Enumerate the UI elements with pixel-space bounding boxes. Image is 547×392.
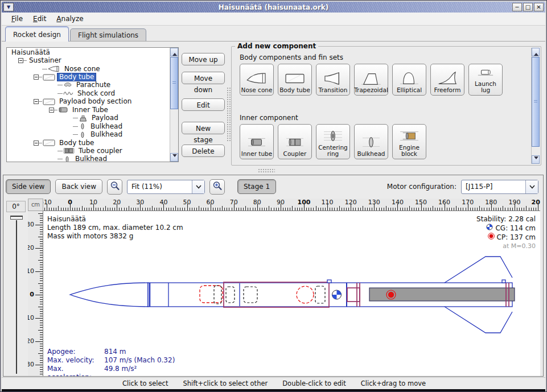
stage-toggle-button[interactable]: Stage 1 — [237, 179, 276, 194]
zoom-select[interactable]: Fit (11%) — [127, 180, 205, 194]
ruler-tick — [114, 208, 115, 211]
component-button-label: Freeform — [434, 87, 461, 93]
tree-expander-icon[interactable] — [34, 99, 39, 104]
ruler-tick — [112, 208, 113, 211]
new-stage-button[interactable]: New stage — [182, 122, 225, 134]
payload-icon — [79, 115, 88, 122]
add-centering-ring-button[interactable]: Centering ring — [316, 124, 350, 159]
ruler-tick — [323, 208, 323, 211]
flight-summary-label: Apogee: — [47, 348, 104, 356]
tree-expander-icon[interactable] — [34, 75, 39, 80]
tree-item-payload[interactable]: Payload — [7, 114, 169, 122]
ruler-tick — [40, 337, 43, 337]
move-down-button[interactable]: Move down — [182, 72, 225, 84]
add-transition-button[interactable]: Transition — [316, 64, 350, 96]
scroll-up-icon[interactable] — [170, 48, 178, 56]
add-panel-scrollbar[interactable] — [531, 48, 540, 164]
ruler-tick — [40, 244, 43, 244]
vertical-split-divider[interactable] — [227, 87, 231, 142]
add-bulkhead-button[interactable]: Bulkhead — [354, 124, 388, 159]
shock-cord-icon — [63, 90, 73, 97]
tree-item-tube-coupler[interactable]: Tube coupler — [7, 147, 169, 155]
ruler-tick — [393, 208, 393, 211]
tree-item-bulkhead[interactable]: Bulkhead — [7, 122, 169, 130]
ruler-tick — [98, 208, 98, 211]
ruler-tick — [40, 325, 43, 325]
ruler-label: 80 — [253, 199, 261, 206]
tree-expander-icon[interactable] — [49, 108, 54, 113]
add-inner-tube-button[interactable]: Inner tube — [240, 124, 274, 159]
back-view-button[interactable]: Back view — [55, 179, 102, 194]
ruler-tick — [262, 208, 262, 211]
add-launch-lug-button[interactable]: Launch lug — [468, 64, 503, 96]
menu-edit[interactable]: Edit — [28, 13, 51, 24]
ruler-tick — [89, 208, 89, 211]
add-elliptical-button[interactable]: Elliptical — [392, 64, 426, 96]
ruler-tick — [449, 208, 450, 211]
ruler-tick — [255, 208, 256, 211]
ruler-tick — [205, 208, 206, 211]
ruler-label: -10 — [43, 199, 52, 206]
zoom-out-button[interactable] — [107, 179, 122, 195]
tree-connector — [57, 93, 63, 94]
ruler-tick — [40, 346, 43, 346]
add-body-tube-button[interactable]: Body tube — [278, 64, 312, 96]
ruler-tick — [243, 208, 244, 211]
tree-item-bulkhead[interactable]: Bulkhead — [7, 130, 169, 138]
tree-expander-icon[interactable] — [34, 141, 39, 146]
motor-configuration-select[interactable]: [J115-P] — [461, 180, 538, 194]
ruler-tick — [430, 208, 431, 211]
tree-item-parachute[interactable]: Parachute — [7, 81, 169, 89]
ruler-tick — [129, 206, 129, 211]
rotation-slider[interactable] — [16, 220, 17, 374]
ruler-tick — [182, 208, 183, 211]
ruler-tick — [405, 208, 405, 211]
tab-bar: Rocket designFlight simulations — [2, 26, 545, 42]
tree-item-shock-cord[interactable]: Shock cord — [7, 89, 169, 97]
tree-item-body-tube[interactable]: Body tube — [7, 73, 169, 81]
scroll-down-icon[interactable] — [170, 153, 178, 162]
zoom-in-button[interactable] — [209, 179, 225, 195]
tree-expander-icon[interactable] — [18, 58, 23, 63]
scroll-down-icon[interactable] — [532, 155, 540, 164]
add-engine-block-button[interactable]: Engine block — [392, 124, 426, 159]
edit-button[interactable]: Edit — [182, 98, 225, 111]
ruler-tick — [460, 208, 461, 211]
rotation-slider-handle[interactable] — [10, 216, 23, 220]
menu-file[interactable]: File — [6, 13, 28, 24]
add-panel-scroll-thumb[interactable] — [532, 57, 540, 147]
ruler-tick — [524, 208, 524, 211]
tree-item-sustainer[interactable]: Sustainer — [7, 56, 169, 64]
tree-item-inner-tube[interactable]: Inner Tube — [7, 106, 169, 114]
ruler-tick — [423, 208, 424, 211]
ruler-tick — [330, 208, 330, 211]
horizontal-split-divider[interactable] — [258, 168, 275, 172]
add-nose-cone-button[interactable]: Nose cone — [240, 64, 274, 96]
vertical-ruler: -30-20-100102030 — [28, 211, 43, 376]
tree-item-bulkhead[interactable]: Bulkhead — [7, 155, 169, 162]
tree-item-haisun-t[interactable]: Haisunäätä — [7, 48, 169, 56]
tab-rocket-design[interactable]: Rocket design — [5, 26, 69, 42]
add-coupler-button[interactable]: Coupler — [278, 124, 312, 159]
add-trapezoidal-button[interactable]: Trapezoidal — [354, 64, 388, 96]
ruler-tick — [145, 208, 146, 211]
delete-button[interactable]: Delete — [182, 145, 225, 157]
window-bottom-edge — [2, 389, 545, 392]
tree-item-payload-body-section[interactable]: Payload body section — [7, 98, 169, 106]
ruler-tick — [38, 237, 43, 237]
tree-scrollbar[interactable] — [170, 48, 178, 162]
tree-item-nose-cone[interactable]: Nose cone — [7, 65, 169, 73]
tab-flight-simulations[interactable]: Flight simulations — [70, 28, 146, 41]
scroll-up-icon[interactable] — [532, 48, 540, 56]
rocket-canvas[interactable]: Haisunäätä Length 189 cm, max. diameter … — [43, 211, 540, 376]
flight-summary-value: 814 m — [104, 348, 126, 356]
menu-analyze[interactable]: Analyze — [51, 13, 88, 24]
side-view-button[interactable]: Side view — [6, 179, 51, 194]
ruler-tick — [84, 208, 85, 211]
flight-summary-row: Max. acceleration:49.8 m/s² — [47, 365, 175, 376]
bulkhead-icon — [359, 134, 384, 151]
add-freeform-button[interactable]: Freeform — [430, 64, 464, 96]
tree-item-body-tube[interactable]: Body tube — [7, 139, 169, 147]
move-up-button[interactable]: Move up — [182, 53, 225, 65]
tree-scroll-thumb[interactable] — [170, 57, 178, 109]
